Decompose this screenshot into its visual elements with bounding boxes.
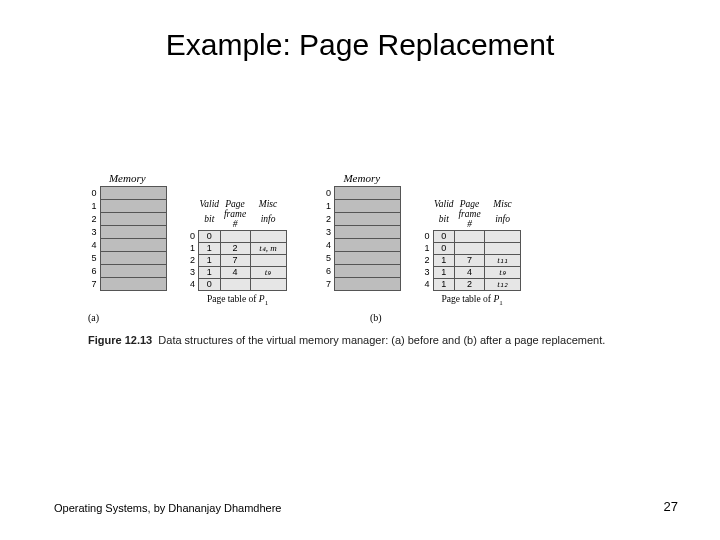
memory-cell bbox=[335, 278, 401, 291]
pt-frame: 4 bbox=[220, 266, 250, 278]
pt-cap-prefix-b: Page table of bbox=[441, 294, 493, 304]
memory-row-index: 7 bbox=[88, 278, 100, 291]
pt-row-index: 1 bbox=[423, 242, 433, 254]
pt-valid-bit: 1 bbox=[433, 266, 455, 278]
pt-valid-bit: 0 bbox=[199, 278, 221, 290]
memory-cell bbox=[335, 226, 401, 239]
pt-header: bit bbox=[433, 210, 455, 230]
slide: Example: Page Replacement Memory 0123456… bbox=[0, 0, 720, 540]
pt-frame: 2 bbox=[455, 278, 485, 290]
pt-misc: t₉ bbox=[250, 266, 286, 278]
panel-a: Memory 01234567 ValidPageMiscbitframe #i… bbox=[88, 172, 287, 307]
memory-cell bbox=[335, 239, 401, 252]
pt-frame bbox=[220, 278, 250, 290]
memory-row-index: 1 bbox=[88, 200, 100, 213]
pt-cap-prefix: Page table of bbox=[207, 294, 259, 304]
memory-row-index: 5 bbox=[323, 252, 335, 265]
pt-misc: t₁₁ bbox=[485, 254, 521, 266]
pagetable-b: ValidPageMiscbitframe #info0010217t₁₁314… bbox=[423, 200, 521, 307]
footer-right: 27 bbox=[664, 499, 678, 514]
memory-row-index: 6 bbox=[88, 265, 100, 278]
footer-left: Operating Systems, by Dhananjay Dhamdher… bbox=[54, 502, 281, 514]
pt-header: frame # bbox=[455, 210, 485, 230]
pt-valid-bit: 0 bbox=[199, 230, 221, 242]
memory-row-index: 1 bbox=[323, 200, 335, 213]
pt-row-index: 4 bbox=[423, 278, 433, 290]
pt-row-index: 0 bbox=[423, 230, 433, 242]
pt-frame bbox=[220, 230, 250, 242]
memory-cell bbox=[335, 252, 401, 265]
panel-label-b: (b) bbox=[370, 312, 382, 323]
pt-cap-sub-b: 1 bbox=[499, 299, 503, 307]
pt-misc bbox=[485, 230, 521, 242]
pt-frame: 4 bbox=[455, 266, 485, 278]
pt-frame: 7 bbox=[455, 254, 485, 266]
figure-area: Memory 01234567 ValidPageMiscbitframe #i… bbox=[88, 172, 648, 348]
memory-row-index: 2 bbox=[88, 213, 100, 226]
memory-cell bbox=[335, 213, 401, 226]
pt-header: frame # bbox=[220, 210, 250, 230]
memory-cell bbox=[100, 226, 166, 239]
pt-frame bbox=[455, 230, 485, 242]
pt-misc bbox=[485, 242, 521, 254]
pt-frame: 7 bbox=[220, 254, 250, 266]
pt-misc bbox=[250, 254, 286, 266]
pt-misc: t₁₂ bbox=[485, 278, 521, 290]
figure-caption-label: Figure 12.13 bbox=[88, 334, 152, 346]
pt-valid-bit: 1 bbox=[199, 266, 221, 278]
pt-valid-bit: 1 bbox=[433, 278, 455, 290]
memory-table-b: 01234567 bbox=[323, 186, 402, 291]
pt-row-index: 0 bbox=[189, 230, 199, 242]
panel-b: Memory 01234567 ValidPageMiscbitframe #i… bbox=[323, 172, 522, 307]
memory-cell bbox=[100, 200, 166, 213]
pt-row-index: 2 bbox=[423, 254, 433, 266]
pt-valid-bit: 0 bbox=[433, 242, 455, 254]
pt-valid-bit: 1 bbox=[199, 254, 221, 266]
pagetable-a: ValidPageMiscbitframe #info00112t₄, m217… bbox=[189, 200, 287, 307]
memory-cell bbox=[100, 187, 166, 200]
memory-cell bbox=[100, 278, 166, 291]
pt-valid-bit: 0 bbox=[433, 230, 455, 242]
pagetable-table-b: ValidPageMiscbitframe #info0010217t₁₁314… bbox=[423, 200, 521, 291]
pt-valid-bit: 1 bbox=[433, 254, 455, 266]
pt-header: info bbox=[485, 210, 521, 230]
memory-cell bbox=[100, 265, 166, 278]
pt-row-index: 4 bbox=[189, 278, 199, 290]
pt-valid-bit: 1 bbox=[199, 242, 221, 254]
memory-cell bbox=[100, 239, 166, 252]
pt-misc: t₄, m bbox=[250, 242, 286, 254]
pagetable-table-a: ValidPageMiscbitframe #info00112t₄, m217… bbox=[189, 200, 287, 291]
memory-row-index: 0 bbox=[88, 187, 100, 200]
memory-cell bbox=[100, 252, 166, 265]
pt-cap-sub: 1 bbox=[265, 299, 269, 307]
memory-cell bbox=[335, 265, 401, 278]
memory-row-index: 5 bbox=[88, 252, 100, 265]
figure-caption: Figure 12.13 Data structures of the virt… bbox=[88, 333, 648, 348]
slide-title: Example: Page Replacement bbox=[0, 28, 720, 62]
pt-misc: t₉ bbox=[485, 266, 521, 278]
pt-misc bbox=[250, 230, 286, 242]
pagetable-caption-a: Page table of P1 bbox=[189, 294, 287, 307]
pt-frame bbox=[455, 242, 485, 254]
pt-header: Valid bbox=[199, 200, 221, 210]
pt-header: info bbox=[250, 210, 286, 230]
pt-row-index: 3 bbox=[423, 266, 433, 278]
memory-row-index: 0 bbox=[323, 187, 335, 200]
pt-row-index: 1 bbox=[189, 242, 199, 254]
pagetable-caption-b: Page table of P1 bbox=[423, 294, 521, 307]
memory-row-index: 7 bbox=[323, 278, 335, 291]
pt-header: Misc bbox=[250, 200, 286, 210]
memory-heading-b: Memory bbox=[323, 172, 402, 184]
memory-a: Memory 01234567 bbox=[88, 172, 167, 291]
pt-header: bit bbox=[199, 210, 221, 230]
panel-label-a: (a) bbox=[88, 312, 99, 323]
figure-caption-text: Data structures of the virtual memory ma… bbox=[158, 334, 605, 346]
pt-row-index: 3 bbox=[189, 266, 199, 278]
memory-row-index: 2 bbox=[323, 213, 335, 226]
memory-cell bbox=[335, 187, 401, 200]
pt-header: Misc bbox=[485, 200, 521, 210]
pt-header: Valid bbox=[433, 200, 455, 210]
memory-row-index: 4 bbox=[323, 239, 335, 252]
memory-row-index: 4 bbox=[88, 239, 100, 252]
figure-panels: Memory 01234567 ValidPageMiscbitframe #i… bbox=[88, 172, 648, 307]
